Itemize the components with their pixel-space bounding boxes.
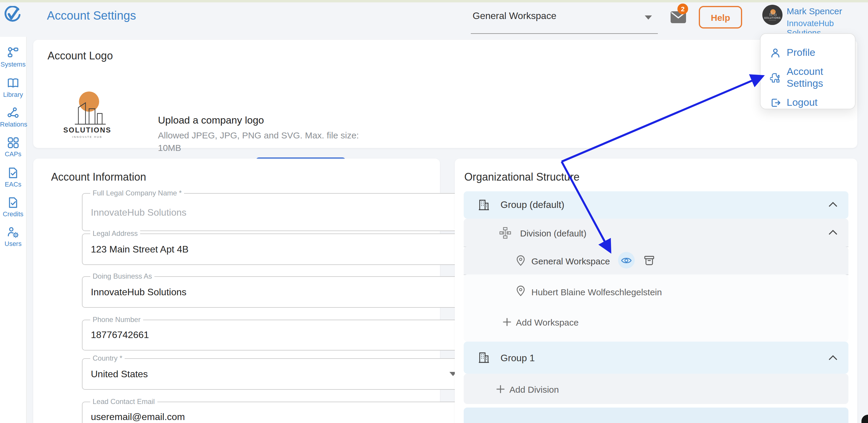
menu-item-label: Account Settings <box>787 66 855 90</box>
lead-contact-email-field[interactable]: Lead Contact Email useremail@email.com <box>82 402 464 423</box>
account-information-card: Account Information Full Legal Company N… <box>33 159 440 423</box>
menu-item-profile[interactable]: Profile <box>761 40 855 65</box>
full-legal-company-name-field[interactable]: Full Legal Company Name * InnovateHub So… <box>82 193 464 231</box>
add-workspace-button[interactable]: Add Workspace <box>516 317 579 327</box>
eye-icon <box>621 256 632 264</box>
caps-icon <box>6 136 20 149</box>
chevron-down-icon <box>645 16 652 20</box>
cursor <box>862 415 868 423</box>
sidebar-item-label: Relations <box>0 121 26 128</box>
archive-workspace-button[interactable] <box>641 252 657 269</box>
field-value: United States <box>91 369 148 380</box>
division-icon <box>499 227 511 239</box>
menu-item-logout[interactable]: Logout <box>761 90 855 115</box>
app-window: Account Settings General Workspace 2 Hel… <box>0 0 868 423</box>
sidebar-item-credits[interactable]: Credits <box>0 196 26 217</box>
archive-icon <box>644 255 654 265</box>
field-label: Lead Contact Email <box>90 397 157 406</box>
plus-icon <box>503 318 511 326</box>
workspace-selector-value: General Workspace <box>473 11 556 21</box>
add-division-row[interactable]: Add Division <box>464 374 848 404</box>
location-pin-icon <box>516 255 525 266</box>
sidebar-item-label: Systems <box>0 61 26 68</box>
tree-row-label: Group 1 <box>500 353 535 364</box>
svg-text:SOLUTIONS: SOLUTIONS <box>63 126 111 134</box>
sidebar-item-eacs[interactable]: EACs <box>0 167 26 188</box>
systems-icon <box>6 46 20 59</box>
workspace-selector[interactable]: General Workspace <box>471 8 658 34</box>
chevron-up-icon[interactable] <box>828 355 838 361</box>
eacs-icon <box>6 167 20 179</box>
tree-row-group-1[interactable]: Group 1 <box>464 342 848 374</box>
field-label: Legal Address <box>90 229 140 238</box>
doing-business-as-field[interactable]: Doing Business As InnovateHub Solutions <box>82 276 464 308</box>
account-logo-card: Account Logo SOLUTIONS INNOVATE HUB Uplo… <box>33 40 857 148</box>
tree-row-general-workspace[interactable]: General Workspace <box>464 246 848 275</box>
svg-text:SOLUTIONS: SOLUTIONS <box>764 16 781 19</box>
puzzle-icon <box>770 72 781 83</box>
workspace-list-block: Hubert Blaine Wolfeschlegelstein Add Wor… <box>464 274 848 342</box>
sidebar-item-label: Library <box>0 91 26 98</box>
field-value: InnovateHub Solutions <box>91 287 186 298</box>
company-logo-image: SOLUTIONS INNOVATE HUB <box>55 87 120 143</box>
relations-icon <box>6 107 20 119</box>
person-icon <box>770 48 781 58</box>
page-title: Account Settings <box>47 9 136 23</box>
add-division-button[interactable]: Add Division <box>509 384 559 394</box>
field-label: Country * <box>90 354 125 362</box>
field-value: InnovateHub Solutions <box>91 207 186 218</box>
top-strip <box>0 0 868 2</box>
plus-icon <box>496 385 505 393</box>
tree-row-group-default[interactable]: Group (default) <box>464 191 848 219</box>
field-value: 123 Main Street Apt 4B <box>91 244 188 255</box>
sidebar-item-label: Credits <box>0 210 26 217</box>
sidebar-item-systems[interactable]: Systems <box>0 46 26 68</box>
notification-badge: 2 <box>677 4 688 14</box>
chevron-up-icon[interactable] <box>828 229 838 235</box>
sidebar-item-library[interactable]: Library <box>0 77 26 98</box>
upload-heading: Upload a company logo <box>158 115 264 126</box>
app-logo-check-icon <box>4 6 21 26</box>
library-icon <box>6 77 20 90</box>
sidebar-item-relations[interactable]: Relations <box>0 107 26 128</box>
account-logo-title: Account Logo <box>48 50 113 62</box>
building-icon <box>478 199 489 211</box>
chevron-up-icon[interactable] <box>828 202 838 207</box>
avatar[interactable]: SOLUTIONS <box>762 5 782 25</box>
field-label: Phone Number <box>90 315 143 324</box>
sidebar-item-label: EACs <box>0 181 26 188</box>
field-value: 18776742661 <box>91 330 149 340</box>
upload-hint-line1: Allowed JPEG, JPG, PNG and SVG. Max. fil… <box>158 130 359 140</box>
sidebar-item-caps[interactable]: CAPs <box>0 136 26 157</box>
menu-item-label: Logout <box>787 97 817 109</box>
view-workspace-button[interactable] <box>618 252 635 269</box>
tree-row-label: Division (default) <box>520 228 586 238</box>
organizational-structure-title: Organizational Structure <box>464 171 580 184</box>
add-group-row[interactable]: Add Group <box>464 407 848 423</box>
sidebar-item-label: CAPs <box>0 150 26 157</box>
account-information-title: Account Information <box>51 171 146 184</box>
users-icon <box>6 226 20 239</box>
credits-icon <box>6 196 20 209</box>
country-select[interactable]: Country * United States <box>82 358 464 390</box>
organizational-structure-card: Organizational Structure Group (default)… <box>455 159 857 423</box>
user-menu: Profile Account Settings Logout <box>760 33 856 109</box>
phone-number-field[interactable]: Phone Number 18776742661 <box>82 320 464 351</box>
sidebar-item-label: Users <box>0 240 26 247</box>
upload-hint-line2: 10MB <box>158 143 181 153</box>
menu-item-account-settings[interactable]: Account Settings <box>761 65 855 90</box>
sidebar: Systems Library Relations CAP <box>0 37 27 423</box>
legal-address-field[interactable]: Legal Address 123 Main Street Apt 4B <box>82 234 464 265</box>
tree-row-label[interactable]: Hubert Blaine Wolfeschlegelstein <box>531 287 662 297</box>
tree-row-label: Group (default) <box>500 200 564 210</box>
tree-row-label: General Workspace <box>531 256 610 266</box>
help-button[interactable]: Help <box>699 6 742 29</box>
field-value: useremail@email.com <box>91 412 185 422</box>
user-name[interactable]: Mark Spencer <box>787 6 842 16</box>
building-icon <box>478 352 489 364</box>
field-label: Full Legal Company Name * <box>90 189 184 197</box>
menu-item-label: Profile <box>787 47 815 59</box>
sidebar-item-users[interactable]: Users <box>0 226 26 247</box>
svg-text:INNOVATE HUB: INNOVATE HUB <box>72 135 102 139</box>
tree-row-division-default[interactable]: Division (default) <box>464 219 848 247</box>
